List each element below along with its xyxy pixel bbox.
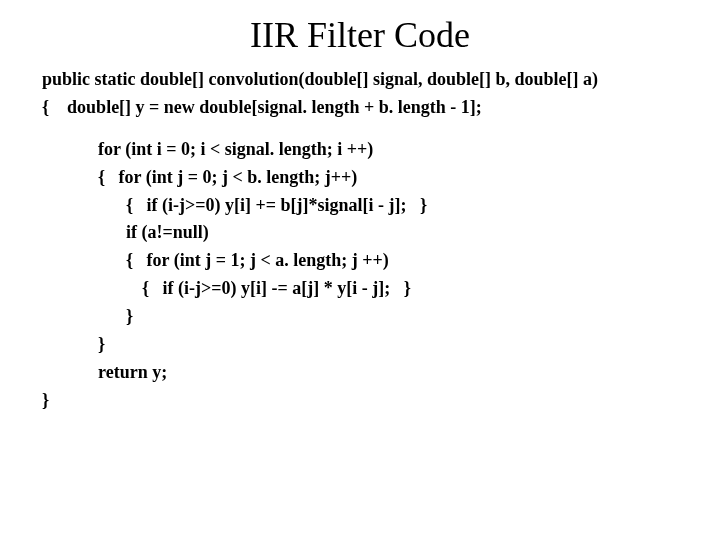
code-line: } (42, 303, 678, 331)
code-line: } (42, 331, 678, 359)
code-line: } (42, 387, 678, 415)
code-line: { for (int j = 1; j < a. length; j ++) (42, 247, 678, 275)
code-block: public static double[] convolution(doubl… (0, 66, 720, 415)
code-line: { for (int j = 0; j < b. length; j++) (42, 164, 678, 192)
code-line: { if (i-j>=0) y[i] -= a[j] * y[i - j]; } (42, 275, 678, 303)
code-line: for (int i = 0; i < signal. length; i ++… (42, 136, 678, 164)
slide: IIR Filter Code public static double[] c… (0, 0, 720, 540)
code-line: public static double[] convolution(doubl… (42, 66, 678, 94)
slide-title: IIR Filter Code (0, 0, 720, 66)
code-line: { double[] y = new double[signal. length… (42, 94, 678, 122)
code-line: return y; (42, 359, 678, 387)
code-line: { if (i-j>=0) y[i] += b[j]*signal[i - j]… (42, 192, 678, 220)
code-line: if (a!=null) (42, 219, 678, 247)
spacer (42, 122, 678, 136)
